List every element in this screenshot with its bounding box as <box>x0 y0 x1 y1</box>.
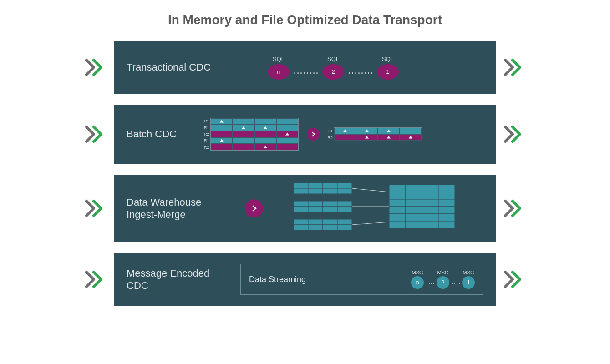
arrow-in-icon <box>77 125 114 143</box>
row-label: R1 <box>204 118 209 124</box>
svg-rect-51 <box>438 221 455 228</box>
svg-rect-20 <box>337 219 352 225</box>
row-label: R2 <box>204 131 209 137</box>
data-streaming-box: Data Streaming MSG n MSG 2 MSG 1 <box>240 264 483 295</box>
svg-rect-41 <box>406 207 422 214</box>
svg-rect-2 <box>308 183 323 188</box>
panel-batch: Batch CDC R1 R1 R2 R1 R2 <box>114 105 496 164</box>
row-label: R2 <box>204 144 209 151</box>
panel-label: Batch CDC <box>127 128 204 141</box>
svg-rect-12 <box>337 201 352 207</box>
panel-label: Message Encoded CDC <box>127 267 231 292</box>
sql-bubble-icon: 1 <box>377 64 399 80</box>
svg-rect-1 <box>294 183 308 188</box>
svg-rect-15 <box>323 207 337 212</box>
msg-header: MSG <box>437 270 448 275</box>
svg-rect-33 <box>406 192 422 199</box>
svg-rect-39 <box>438 199 455 207</box>
row-label: R2 <box>328 135 333 141</box>
row-label: R1 <box>328 128 333 134</box>
svg-rect-34 <box>422 192 438 199</box>
arrow-out-icon <box>496 58 533 76</box>
svg-rect-28 <box>389 185 406 192</box>
svg-rect-44 <box>389 214 406 221</box>
svg-line-27 <box>352 222 389 225</box>
svg-rect-24 <box>337 225 352 230</box>
merge-arrow-icon <box>307 128 320 141</box>
sql-chain: SQL n SQL 2 SQL 1 <box>231 56 483 80</box>
svg-rect-8 <box>337 188 352 194</box>
svg-rect-3 <box>323 183 337 188</box>
panel-label: Transactional CDC <box>127 61 231 74</box>
svg-rect-45 <box>406 214 422 221</box>
sql-node: SQL 1 <box>377 56 399 80</box>
svg-rect-35 <box>438 192 455 199</box>
svg-rect-16 <box>337 207 352 212</box>
row-label: R1 <box>204 125 209 131</box>
arrow-out-icon <box>496 125 533 143</box>
svg-rect-7 <box>323 188 337 194</box>
svg-rect-5 <box>294 188 308 194</box>
sql-header: SQL <box>273 56 285 62</box>
msg-node: MSG 2 <box>437 270 449 289</box>
sql-node: SQL n <box>268 56 290 80</box>
msg-header: MSG <box>412 270 423 275</box>
svg-rect-19 <box>323 219 337 225</box>
arrow-out-icon <box>496 270 533 288</box>
svg-rect-49 <box>406 221 422 228</box>
svg-rect-38 <box>422 199 438 207</box>
dots-icon <box>348 72 373 74</box>
merged-table-icon: R1 R2 <box>328 127 422 141</box>
panel-message: Message Encoded CDC Data Streaming MSG n… <box>114 253 496 306</box>
row-batch: Batch CDC R1 R1 R2 R1 R2 <box>77 105 533 164</box>
svg-rect-17 <box>294 219 308 225</box>
dots-icon <box>451 283 460 284</box>
svg-rect-36 <box>389 199 406 207</box>
svg-rect-32 <box>389 192 406 199</box>
row-message: Message Encoded CDC Data Streaming MSG n… <box>77 253 533 306</box>
msg-bubble-icon: n <box>411 276 424 289</box>
msg-chain: MSG n MSG 2 MSG 1 <box>411 270 475 289</box>
batch-graphic: R1 R1 R2 R1 R2 <box>204 118 483 151</box>
stream-title: Data Streaming <box>249 275 306 284</box>
sql-header: SQL <box>382 56 394 62</box>
svg-rect-42 <box>422 207 438 214</box>
msg-node: MSG n <box>411 270 424 289</box>
sql-bubble-icon: 2 <box>322 64 344 80</box>
svg-rect-40 <box>389 207 406 214</box>
svg-rect-29 <box>406 185 422 192</box>
svg-rect-31 <box>438 185 455 192</box>
page-title: In Memory and File Optimized Data Transp… <box>168 13 442 27</box>
dots-icon <box>426 283 435 284</box>
row-label: R1 <box>204 137 209 144</box>
arrow-in-icon <box>77 199 114 217</box>
sql-header: SQL <box>327 56 339 62</box>
svg-rect-50 <box>422 221 438 228</box>
svg-rect-48 <box>389 221 406 228</box>
svg-rect-37 <box>406 199 422 207</box>
svg-rect-47 <box>438 214 455 221</box>
svg-rect-11 <box>323 201 337 207</box>
svg-rect-46 <box>422 214 438 221</box>
msg-header: MSG <box>463 270 474 275</box>
arrow-in-icon <box>77 270 114 288</box>
row-datawarehouse: Data Warehouse Ingest-Merge <box>77 175 533 242</box>
msg-bubble-icon: 2 <box>437 276 449 289</box>
svg-rect-10 <box>308 201 323 207</box>
panel-transactional: Transactional CDC SQL n SQL 2 SQL 1 <box>114 41 496 94</box>
panel-label: Data Warehouse Ingest-Merge <box>127 196 231 221</box>
svg-rect-4 <box>337 183 352 188</box>
svg-rect-18 <box>308 219 323 225</box>
arrow-in-icon <box>77 58 114 76</box>
svg-rect-22 <box>308 225 323 230</box>
dots-icon <box>293 72 319 74</box>
panel-datawarehouse: Data Warehouse Ingest-Merge <box>114 175 496 242</box>
svg-rect-43 <box>438 207 455 214</box>
svg-rect-6 <box>308 188 323 194</box>
svg-line-25 <box>352 188 389 192</box>
msg-node: MSG 1 <box>462 270 475 289</box>
svg-rect-9 <box>294 201 308 207</box>
svg-rect-23 <box>323 225 337 230</box>
sql-node: SQL 2 <box>322 56 344 80</box>
source-table-icon: R1 R1 R2 R1 R2 <box>204 118 299 151</box>
